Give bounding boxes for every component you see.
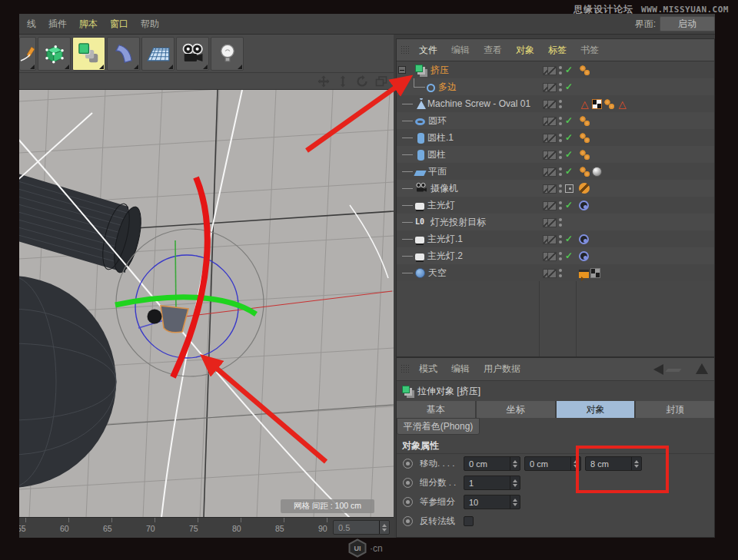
- texture-tag-icon[interactable]: [592, 99, 602, 109]
- object-row[interactable]: 圆柱.1: [397, 129, 714, 146]
- spinner-icon[interactable]: [631, 457, 641, 470]
- compositing-tag-icon[interactable]: [579, 270, 589, 278]
- cube-primitive-button[interactable]: [38, 37, 71, 71]
- visibility-dots[interactable]: [558, 133, 563, 143]
- movement-y-field[interactable]: 0 cm: [524, 456, 581, 471]
- layer-toggle-icon[interactable]: [543, 268, 556, 278]
- object-row[interactable]: 圆环: [397, 112, 714, 129]
- enabled-check-icon[interactable]: [565, 82, 575, 92]
- enabled-check-icon[interactable]: [565, 234, 575, 244]
- layer-toggle-icon[interactable]: [543, 133, 556, 143]
- am-menu-mode[interactable]: 模式: [414, 361, 443, 377]
- object-name[interactable]: 灯光投射目标: [430, 216, 486, 229]
- object-row[interactable]: 主光灯.1: [397, 230, 714, 247]
- object-name[interactable]: 平面: [428, 165, 447, 178]
- menu-item-plugins[interactable]: 插件: [42, 15, 73, 33]
- tab-object[interactable]: 对象: [557, 401, 635, 418]
- object-name[interactable]: 多边: [438, 81, 457, 94]
- object-row[interactable]: 平面: [397, 163, 714, 180]
- history-forward-icon[interactable]: [665, 369, 681, 372]
- parent-up-icon[interactable]: [696, 363, 708, 374]
- spinner-icon[interactable]: [510, 457, 520, 470]
- target-tag-icon[interactable]: [579, 251, 589, 261]
- am-menu-userdata[interactable]: 用户数据: [478, 361, 526, 377]
- pan-icon[interactable]: [317, 75, 330, 88]
- object-row[interactable]: 多边: [397, 78, 714, 95]
- object-name[interactable]: 主光灯.1: [427, 233, 463, 246]
- om-menu-bookmarks[interactable]: 书签: [575, 42, 604, 58]
- visibility-dots[interactable]: [558, 65, 563, 75]
- visibility-dots[interactable]: [558, 99, 563, 109]
- object-name[interactable]: 主光灯: [427, 199, 455, 212]
- object-row[interactable]: Machine Screw - Oval 01: [397, 95, 714, 112]
- object-name[interactable]: 主光灯.2: [427, 250, 463, 263]
- layer-toggle-icon[interactable]: [543, 82, 556, 92]
- protection-tag-icon[interactable]: [579, 183, 590, 194]
- movement-x-field[interactable]: 0 cm: [464, 456, 520, 471]
- extrude-tool-button[interactable]: [72, 37, 105, 71]
- phong-tag-icon[interactable]: [603, 98, 615, 110]
- material-tag-icon[interactable]: [592, 167, 602, 177]
- iso-subdivision-field[interactable]: 10: [464, 495, 520, 509]
- visibility-dots[interactable]: [558, 167, 563, 177]
- panel-grip-icon[interactable]: [401, 45, 409, 55]
- menu-item-script[interactable]: 脚本: [73, 15, 104, 33]
- collapse-expander-icon[interactable]: [398, 66, 406, 74]
- enabled-check-icon[interactable]: [565, 116, 575, 126]
- phong-tag-icon[interactable]: [579, 115, 590, 127]
- layer-toggle-icon[interactable]: [543, 217, 556, 227]
- layer-toggle-icon[interactable]: [543, 200, 556, 210]
- spinner-icon[interactable]: [570, 457, 580, 470]
- movement-z-field[interactable]: 8 cm: [585, 456, 642, 471]
- keyframe-circle-icon[interactable]: [403, 497, 413, 507]
- phong-tag-icon[interactable]: [579, 132, 590, 144]
- target-tag-icon[interactable]: [579, 234, 589, 244]
- layer-toggle-icon[interactable]: [543, 251, 556, 261]
- target-tag-icon[interactable]: [579, 200, 589, 210]
- history-back-icon[interactable]: [653, 364, 663, 375]
- om-menu-view[interactable]: 查看: [478, 42, 507, 58]
- object-row[interactable]: 天空: [397, 264, 714, 281]
- object-name[interactable]: 圆环: [428, 114, 447, 128]
- rotate-icon[interactable]: [356, 75, 368, 88]
- visibility-dots[interactable]: [558, 268, 563, 278]
- object-row[interactable]: 灯光投射目标: [397, 214, 714, 230]
- frame-spinner[interactable]: [379, 521, 389, 534]
- enabled-check-icon[interactable]: [565, 200, 575, 210]
- keyframe-circle-icon[interactable]: [403, 516, 413, 526]
- am-menu-edit[interactable]: 编辑: [446, 361, 475, 377]
- tab-phong-shading[interactable]: 平滑着色(Phong): [397, 418, 480, 435]
- menu-item-window[interactable]: 窗口: [104, 15, 135, 33]
- object-name[interactable]: 圆柱: [427, 148, 446, 161]
- om-menu-edit[interactable]: 编辑: [446, 42, 475, 58]
- object-row[interactable]: 主光灯: [397, 197, 714, 214]
- object-row[interactable]: 摄像机: [397, 180, 714, 197]
- om-menu-file[interactable]: 文件: [414, 42, 443, 58]
- spinner-icon[interactable]: [510, 495, 520, 509]
- enabled-check-icon[interactable]: [565, 167, 575, 177]
- phong-tag-icon[interactable]: [579, 166, 590, 177]
- texture-image-tag-icon[interactable]: [590, 268, 600, 278]
- tab-basic[interactable]: 基本: [397, 401, 475, 418]
- active-camera-icon[interactable]: [565, 184, 573, 193]
- keyframe-circle-icon[interactable]: [403, 478, 413, 488]
- visibility-dots[interactable]: [558, 184, 563, 194]
- visibility-dots[interactable]: [558, 200, 563, 210]
- phong-tag-icon[interactable]: [579, 65, 590, 76]
- visibility-dots[interactable]: [558, 251, 563, 261]
- selection-tag-icon[interactable]: [617, 98, 628, 110]
- layer-toggle-icon[interactable]: [543, 116, 556, 126]
- object-name[interactable]: 天空: [428, 267, 447, 280]
- visibility-dots[interactable]: [558, 150, 563, 160]
- selection-tag-icon[interactable]: [579, 98, 590, 110]
- om-menu-objects[interactable]: 对象: [510, 42, 540, 58]
- object-name[interactable]: Machine Screw - Oval 01: [427, 98, 530, 109]
- visibility-dots[interactable]: [558, 116, 563, 126]
- layer-toggle-icon[interactable]: [543, 167, 556, 177]
- flip-normals-checkbox[interactable]: [464, 516, 474, 526]
- layer-toggle-icon[interactable]: [543, 150, 556, 160]
- object-name[interactable]: 摄像机: [430, 182, 458, 195]
- frame-number-field[interactable]: 0.5: [333, 520, 390, 535]
- menu-item[interactable]: 线: [21, 15, 42, 33]
- timeline-ruler[interactable]: 55 60 65 70 75 80 85 90 0.5: [19, 517, 394, 538]
